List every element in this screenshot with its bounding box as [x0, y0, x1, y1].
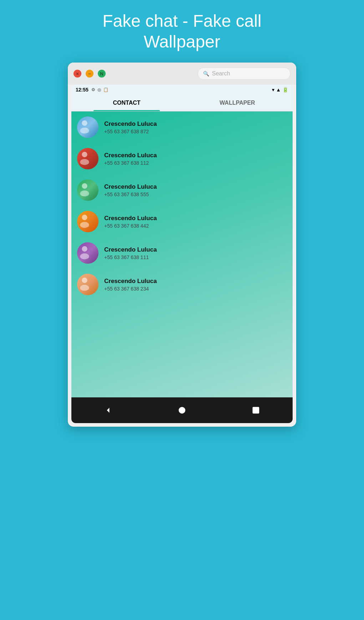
- avatar: [77, 274, 98, 295]
- contact-name: Crescendo Luluca: [104, 278, 287, 285]
- contact-info: Crescendo Luluca +55 63 367 638 872: [104, 120, 287, 134]
- avatar-image: [77, 242, 92, 259]
- battery-icon: 🔋: [282, 87, 288, 93]
- contact-name: Crescendo Luluca: [104, 120, 287, 128]
- svg-point-3: [80, 159, 89, 165]
- contact-name: Crescendo Luluca: [104, 152, 287, 159]
- svg-point-8: [82, 246, 87, 252]
- avatar: [77, 179, 98, 201]
- contact-phone: +55 63 367 638 234: [104, 286, 287, 292]
- svg-rect-14: [252, 407, 259, 414]
- svg-point-9: [80, 253, 89, 259]
- phone-mockup: 12:55 ⚙ ◎ 📋 ▾ ▲ 🔋 CONTACT WALLPAPER: [71, 85, 293, 423]
- page-title: Fake chat - Fake call Wallpaper: [102, 11, 262, 52]
- svg-point-7: [80, 222, 89, 228]
- avatar: [77, 211, 98, 232]
- window-frame: × − N 🔍 Search 12:55 ⚙ ◎ 📋 ▾ ▲ 🔋: [68, 63, 296, 427]
- recents-button[interactable]: [249, 404, 262, 417]
- svg-point-0: [82, 120, 87, 126]
- home-button[interactable]: [176, 404, 188, 417]
- contact-phone: +55 63 367 638 111: [104, 254, 287, 260]
- contact-item[interactable]: Crescendo Luluca +55 63 367 638 234: [71, 269, 293, 300]
- svg-point-5: [80, 190, 89, 197]
- contact-phone: +55 63 367 638 872: [104, 129, 287, 134]
- contact-list: Crescendo Luluca +55 63 367 638 872 Cres…: [71, 111, 293, 397]
- recents-icon: [251, 405, 261, 415]
- contact-item[interactable]: Crescendo Luluca +55 63 367 638 555: [71, 174, 293, 206]
- svg-point-13: [179, 407, 186, 414]
- search-icon: 🔍: [203, 71, 209, 76]
- contact-item[interactable]: Crescendo Luluca +55 63 367 638 111: [71, 237, 293, 269]
- tab-bar: CONTACT WALLPAPER: [71, 95, 293, 111]
- avatar-image: [77, 179, 92, 197]
- contact-phone: +55 63 367 638 555: [104, 192, 287, 197]
- tab-contact[interactable]: CONTACT: [71, 95, 182, 111]
- signal-icon: ▲: [276, 87, 281, 93]
- contact-name: Crescendo Luluca: [104, 215, 287, 222]
- status-icons: ⚙ ◎ 📋: [91, 87, 108, 92]
- window-titlebar: × − N 🔍 Search: [68, 63, 296, 85]
- status-right-icons: ▾ ▲ 🔋: [272, 87, 288, 93]
- contact-item[interactable]: Crescendo Luluca +55 63 367 638 112: [71, 143, 293, 174]
- contact-item[interactable]: Crescendo Luluca +55 63 367 638 872: [71, 111, 293, 143]
- contact-info: Crescendo Luluca +55 63 367 638 442: [104, 215, 287, 229]
- avatar-image: [77, 148, 92, 165]
- svg-point-11: [80, 285, 89, 291]
- svg-point-10: [82, 278, 87, 283]
- search-placeholder-text: Search: [212, 70, 230, 77]
- contact-info: Crescendo Luluca +55 63 367 638 112: [104, 152, 287, 166]
- contact-phone: +55 63 367 638 442: [104, 223, 287, 229]
- avatar-image: [77, 274, 92, 291]
- search-bar[interactable]: 🔍 Search: [198, 68, 290, 80]
- contact-info: Crescendo Luluca +55 63 367 638 555: [104, 183, 287, 197]
- svg-point-2: [82, 152, 87, 157]
- svg-marker-12: [107, 408, 110, 413]
- svg-point-4: [82, 183, 87, 189]
- contact-name: Crescendo Luluca: [104, 183, 287, 190]
- status-time: 12:55: [76, 87, 89, 93]
- close-button[interactable]: ×: [74, 70, 81, 78]
- avatar: [77, 242, 98, 264]
- back-icon: [103, 405, 113, 415]
- home-icon: [177, 405, 187, 415]
- avatar: [77, 116, 98, 138]
- contact-name: Crescendo Luluca: [104, 246, 287, 253]
- maximize-button[interactable]: N: [98, 70, 106, 78]
- contact-info: Crescendo Luluca +55 63 367 638 111: [104, 246, 287, 260]
- hotspot-icon: ◎: [97, 87, 101, 92]
- wifi-icon: ▾: [272, 87, 274, 93]
- tab-wallpaper[interactable]: WALLPAPER: [182, 95, 293, 111]
- avatar-image: [77, 211, 92, 228]
- avatar: [77, 148, 98, 169]
- settings-icon: ⚙: [91, 87, 95, 92]
- svg-point-1: [80, 128, 89, 134]
- status-bar: 12:55 ⚙ ◎ 📋 ▾ ▲ 🔋: [71, 85, 293, 95]
- svg-point-6: [82, 215, 87, 220]
- contact-item[interactable]: Crescendo Luluca +55 63 367 638 442: [71, 206, 293, 237]
- bottom-nav: [71, 397, 293, 423]
- contact-phone: +55 63 367 638 112: [104, 160, 287, 166]
- minimize-button[interactable]: −: [86, 70, 93, 78]
- clipboard-icon: 📋: [103, 87, 108, 92]
- contact-info: Crescendo Luluca +55 63 367 638 234: [104, 278, 287, 292]
- avatar-image: [77, 116, 92, 134]
- back-button[interactable]: [102, 404, 115, 417]
